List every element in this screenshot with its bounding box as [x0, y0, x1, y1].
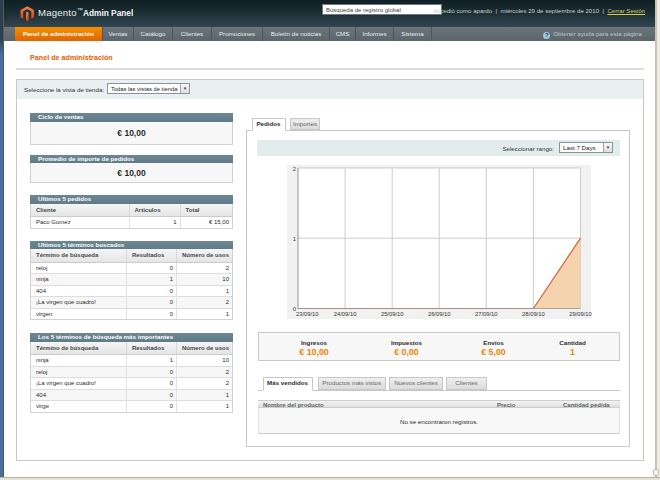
svg-text:29/09/10: 29/09/10 [569, 311, 592, 317]
svg-text:2: 2 [293, 166, 297, 172]
svg-text:25/09/10: 25/09/10 [381, 311, 404, 317]
svg-text:28/09/10: 28/09/10 [522, 311, 545, 317]
svg-text:26/09/10: 26/09/10 [428, 311, 451, 317]
svg-text:27/09/10: 27/09/10 [475, 311, 498, 317]
svg-text:1: 1 [293, 236, 297, 242]
svg-text:23/09/10: 23/09/10 [296, 311, 319, 317]
svg-text:24/09/10: 24/09/10 [334, 311, 357, 317]
